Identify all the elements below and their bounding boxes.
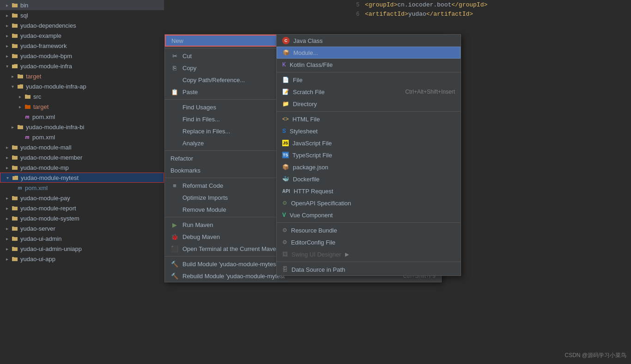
arrow-target-2 xyxy=(17,103,23,110)
tree-item-pom-1[interactable]: m pom.xml xyxy=(0,112,164,122)
cut-icon: ✂ xyxy=(170,52,179,60)
submenu-item-dockerfile[interactable]: 🐳 Dockerfile xyxy=(277,173,461,185)
tree-item-yudao-module-mp[interactable]: yudao-module-mp xyxy=(0,162,164,173)
code-line-5: <groupId>cn.iocoder.boot</groupId> xyxy=(365,1,487,8)
arrow-yudao-ui-app xyxy=(4,256,10,262)
submenu-item-scratch[interactable]: 📝 Scratch File Ctrl+Alt+Shift+Insert xyxy=(277,86,461,98)
folder-icon-yudao-ui-admin xyxy=(11,235,18,242)
tree-item-yudao-module-bpm[interactable]: yudao-module-bpm xyxy=(0,51,164,61)
label-bin: bin xyxy=(20,2,28,9)
submenu-html-label: HTML File xyxy=(292,116,320,123)
label-yudao-module-infra: yudao-module-infra xyxy=(20,63,72,70)
folder-icon-target-2 xyxy=(24,103,31,110)
submenu-editor-config-label: EditorConfig File xyxy=(291,239,335,246)
submenu-item-resource-bundle[interactable]: ⚙ Resource Bundle xyxy=(277,224,461,236)
arrow-yudao-dependencies xyxy=(4,22,10,29)
tree-item-yudao-module-infra-bi[interactable]: yudao-module-infra-bi xyxy=(0,122,164,132)
folder-icon-yudao-module-member xyxy=(11,154,18,161)
build-module-icon: 🔨 xyxy=(170,260,179,268)
tree-item-yudao-module-mall[interactable]: yudao-module-mall xyxy=(0,142,164,152)
submenu-vue-label: Vue Component xyxy=(290,212,333,219)
submenu-item-http-request[interactable]: API HTTP Request xyxy=(277,185,461,197)
submenu-item-swing[interactable]: 🖼 Swing UI Designer ▶ xyxy=(277,248,461,260)
tree-item-yudao-module-system[interactable]: yudao-module-system xyxy=(0,213,164,223)
folder-icon-src xyxy=(24,93,31,100)
folder-icon-yudao-module-report xyxy=(11,204,18,212)
submenu-scratch-label: Scratch File xyxy=(293,89,325,95)
tree-item-yudao-ui-app[interactable]: yudao-ui-app xyxy=(0,254,164,264)
label-yudao-module-system: yudao-module-system xyxy=(20,215,79,222)
label-yudao-module-mp: yudao-module-mp xyxy=(20,164,69,171)
submenu-item-package-json[interactable]: 📦 package.json xyxy=(277,161,461,173)
find-in-files-icon xyxy=(170,115,179,123)
vue-icon: V xyxy=(282,212,286,218)
submenu-item-file[interactable]: 📄 File xyxy=(277,74,461,86)
folder-icon-sql xyxy=(11,12,18,19)
submenu-javascript-label: JavaScript File xyxy=(292,140,332,147)
tree-item-src[interactable]: src xyxy=(0,91,164,101)
tree-item-yudao-example[interactable]: yudao-example xyxy=(0,30,164,41)
tree-item-yudao-server[interactable]: yudao-server xyxy=(0,223,164,233)
submenu-item-module[interactable]: 📦 Module... xyxy=(277,47,461,59)
submenu-item-directory[interactable]: 📁 Directory xyxy=(277,98,461,110)
submenu-item-java-class[interactable]: C Java Class xyxy=(277,35,461,47)
submenu-item-javascript[interactable]: JS JavaScript File xyxy=(277,137,461,149)
submenu-item-html[interactable]: <> HTML File xyxy=(277,113,461,125)
label-yudao-framework: yudao-framework xyxy=(20,42,67,49)
tree-item-yudao-module-infra[interactable]: yudao-module-infra xyxy=(0,61,164,71)
html-icon: <> xyxy=(282,116,289,122)
javascript-icon: JS xyxy=(282,140,289,146)
label-yudao-module-mall: yudao-module-mall xyxy=(20,144,72,151)
tree-item-pom-mytest[interactable]: m pom.xml xyxy=(0,183,164,193)
tree-item-target-1[interactable]: target xyxy=(0,71,164,81)
arrow-yudao-framework xyxy=(4,42,10,49)
replace-in-files-icon xyxy=(170,127,179,135)
arrow-src xyxy=(17,93,23,100)
submenu-typescript-label: TypeScript File xyxy=(292,152,332,159)
submenu-item-editor-config[interactable]: ⚙ EditorConfig File xyxy=(277,236,461,248)
submenu-data-source-label: Data Source in Path xyxy=(291,266,345,273)
submenu-item-stylesheet[interactable]: S Stylesheet xyxy=(277,125,461,137)
tree-item-sql[interactable]: sql xyxy=(0,10,164,20)
folder-icon-yudao-module-system xyxy=(11,215,18,222)
reformat-icon: ≡ xyxy=(170,181,179,190)
line-num-5: 5 xyxy=(346,1,359,8)
file-icon: 📄 xyxy=(282,77,289,83)
run-maven-icon: ▶ xyxy=(170,221,179,229)
submenu-kotlin-label: Kotlin Class/File xyxy=(290,61,333,68)
label-yudao-dependencies: yudao-dependencies xyxy=(20,22,76,29)
submenu-item-vue[interactable]: V Vue Component xyxy=(277,209,461,221)
submenu-item-data-source[interactable]: 🗄 Data Source in Path xyxy=(277,263,461,275)
tree-item-yudao-ui-admin-uniapp[interactable]: yudao-ui-admin-uniapp xyxy=(0,244,164,254)
submenu-item-openapi[interactable]: ⚙ OpenAPI Specification xyxy=(277,197,461,209)
submenu-item-typescript[interactable]: TS TypeScript File xyxy=(277,149,461,161)
dockerfile-icon: 🐳 xyxy=(282,176,289,182)
openapi-icon: ⚙ xyxy=(282,200,287,206)
folder-icon-yudao-ui-app xyxy=(11,255,18,263)
arrow-yudao-module-mall xyxy=(4,144,10,150)
tree-item-yudao-module-member[interactable]: yudao-module-member xyxy=(0,152,164,162)
folder-icon-yudao-example xyxy=(11,32,18,39)
arrow-yudao-module-system xyxy=(4,215,10,221)
swing-arrow: ▶ xyxy=(345,251,349,257)
label-yudao-module-infra-ap: yudao-module-infra-ap xyxy=(26,83,86,90)
tree-item-yudao-dependencies[interactable]: yudao-dependencies xyxy=(0,20,164,30)
tree-item-yudao-ui-admin[interactable]: yudao-ui-admin xyxy=(0,233,164,244)
tree-item-yudao-module-report[interactable]: yudao-module-report xyxy=(0,203,164,213)
folder-icon-target-1 xyxy=(17,72,24,80)
tree-item-target-2[interactable]: target xyxy=(0,101,164,112)
file-tree: bin sql yudao-dependencies yudao-example… xyxy=(0,0,164,364)
tree-item-bin[interactable]: bin xyxy=(0,0,164,10)
arrow-yudao-server xyxy=(4,225,10,232)
tree-item-yudao-module-pay[interactable]: yudao-module-pay xyxy=(0,193,164,203)
tree-item-pom-2[interactable]: m pom.xml xyxy=(0,132,164,142)
label-yudao-ui-admin-uniapp: yudao-ui-admin-uniapp xyxy=(20,245,82,252)
tree-item-yudao-framework[interactable]: yudao-framework xyxy=(0,41,164,51)
label-pom-2: pom.xml xyxy=(32,134,55,141)
tree-item-yudao-module-mytest[interactable]: yudao-module-mytest xyxy=(0,173,164,183)
submenu-item-kotlin[interactable]: K Kotlin Class/File xyxy=(277,59,461,71)
tree-item-yudao-module-infra-ap[interactable]: yudao-module-infra-ap xyxy=(0,81,164,91)
remove-module-icon xyxy=(170,205,179,214)
submenu-directory-label: Directory xyxy=(293,101,317,107)
arrow-pom-2 xyxy=(17,134,23,140)
